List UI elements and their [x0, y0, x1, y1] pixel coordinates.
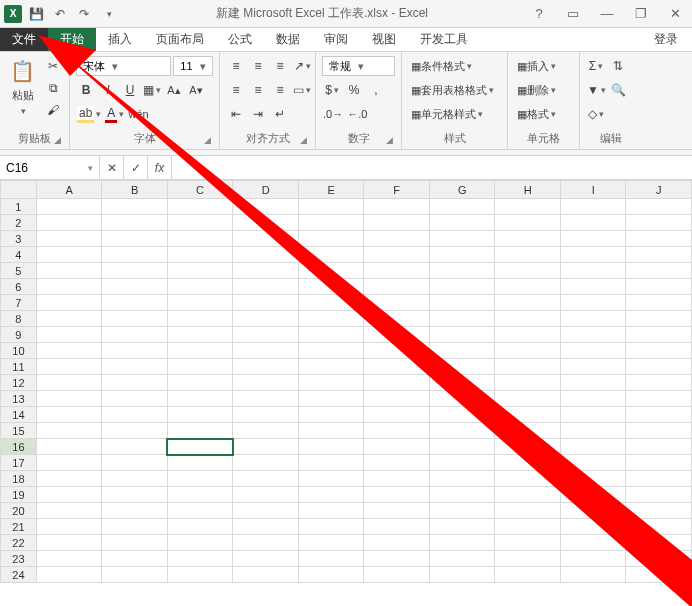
cell[interactable]	[495, 407, 561, 423]
row-header[interactable]: 13	[1, 391, 37, 407]
cell[interactable]	[102, 215, 168, 231]
cell[interactable]	[495, 231, 561, 247]
cell[interactable]	[167, 215, 233, 231]
cell-styles-button[interactable]: ▦ 单元格样式	[408, 104, 486, 124]
cell[interactable]	[364, 487, 430, 503]
row-header[interactable]: 11	[1, 359, 37, 375]
clipboard-launcher-icon[interactable]: ◢	[51, 135, 63, 147]
cell[interactable]	[626, 407, 692, 423]
cell[interactable]	[167, 343, 233, 359]
decrease-indent-button[interactable]: ⇤	[226, 104, 246, 124]
cell[interactable]	[102, 503, 168, 519]
name-box[interactable]: C16 ▾	[0, 156, 100, 179]
phonetic-button[interactable]: wén	[127, 104, 149, 124]
cell[interactable]	[495, 263, 561, 279]
cell[interactable]	[429, 343, 495, 359]
increase-indent-button[interactable]: ⇥	[248, 104, 268, 124]
cell[interactable]	[167, 471, 233, 487]
cell[interactable]	[560, 551, 625, 567]
cell[interactable]	[233, 519, 299, 535]
row-header[interactable]: 20	[1, 503, 37, 519]
cell[interactable]	[495, 471, 561, 487]
cell[interactable]	[102, 263, 168, 279]
cell[interactable]	[364, 391, 430, 407]
cell[interactable]	[36, 487, 102, 503]
cell[interactable]	[167, 359, 233, 375]
column-header[interactable]: A	[36, 181, 102, 199]
row-header[interactable]: 7	[1, 295, 37, 311]
column-header[interactable]: F	[364, 181, 430, 199]
cell[interactable]	[102, 455, 168, 471]
cell[interactable]	[233, 199, 299, 215]
cell[interactable]	[495, 215, 561, 231]
cell[interactable]	[429, 567, 495, 583]
cell[interactable]	[298, 503, 364, 519]
cell[interactable]	[429, 359, 495, 375]
cell[interactable]	[626, 279, 692, 295]
cell[interactable]	[167, 423, 233, 439]
bold-button[interactable]: B	[76, 80, 96, 100]
cell[interactable]	[429, 471, 495, 487]
row-header[interactable]: 21	[1, 519, 37, 535]
save-icon[interactable]: 💾	[26, 4, 46, 24]
cell[interactable]	[495, 439, 561, 455]
cell[interactable]	[560, 327, 625, 343]
format-cells-button[interactable]: ▦ 格式	[514, 104, 559, 124]
cell[interactable]	[233, 487, 299, 503]
cell[interactable]	[298, 551, 364, 567]
cell[interactable]	[298, 231, 364, 247]
alignment-launcher-icon[interactable]: ◢	[297, 135, 309, 147]
cell[interactable]	[495, 199, 561, 215]
align-center-button[interactable]: ≡	[248, 80, 268, 100]
cell[interactable]	[495, 375, 561, 391]
number-format-combo[interactable]: 常规▾	[322, 56, 395, 76]
cell[interactable]	[102, 311, 168, 327]
cell[interactable]	[36, 407, 102, 423]
percent-format-button[interactable]: %	[344, 80, 364, 100]
cell[interactable]	[36, 519, 102, 535]
cell[interactable]	[364, 327, 430, 343]
cell[interactable]	[102, 295, 168, 311]
cell[interactable]	[560, 279, 625, 295]
cell[interactable]	[298, 295, 364, 311]
cell[interactable]	[626, 231, 692, 247]
cell[interactable]	[429, 535, 495, 551]
cell[interactable]	[298, 471, 364, 487]
cell[interactable]	[233, 359, 299, 375]
cell[interactable]	[167, 487, 233, 503]
cell[interactable]	[102, 279, 168, 295]
cell[interactable]	[298, 535, 364, 551]
cell[interactable]	[167, 551, 233, 567]
cell[interactable]	[102, 391, 168, 407]
select-all-corner[interactable]	[1, 181, 37, 199]
cell[interactable]	[560, 343, 625, 359]
close-button[interactable]: ✕	[662, 4, 688, 24]
column-header[interactable]: H	[495, 181, 561, 199]
cell[interactable]	[36, 327, 102, 343]
cell[interactable]	[102, 375, 168, 391]
cell[interactable]	[102, 407, 168, 423]
cell[interactable]	[626, 295, 692, 311]
column-header[interactable]: J	[626, 181, 692, 199]
cell[interactable]	[298, 263, 364, 279]
cell[interactable]	[102, 343, 168, 359]
row-header[interactable]: 5	[1, 263, 37, 279]
tab-insert[interactable]: 插入	[96, 28, 144, 51]
cell[interactable]	[36, 359, 102, 375]
restore-button[interactable]: ❐	[628, 4, 654, 24]
cell[interactable]	[233, 231, 299, 247]
row-header[interactable]: 4	[1, 247, 37, 263]
cell[interactable]	[626, 311, 692, 327]
cell[interactable]	[626, 471, 692, 487]
row-header[interactable]: 3	[1, 231, 37, 247]
cell[interactable]	[626, 439, 692, 455]
cell[interactable]	[495, 295, 561, 311]
cell[interactable]	[364, 231, 430, 247]
cell[interactable]	[364, 407, 430, 423]
cell[interactable]	[364, 439, 430, 455]
format-as-table-button[interactable]: ▦ 套用表格格式	[408, 80, 497, 100]
row-header[interactable]: 12	[1, 375, 37, 391]
cell[interactable]	[429, 295, 495, 311]
tab-review[interactable]: 审阅	[312, 28, 360, 51]
format-painter-button[interactable]: 🖌	[43, 100, 63, 120]
